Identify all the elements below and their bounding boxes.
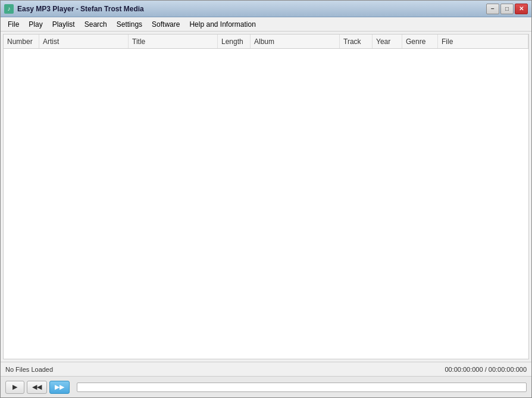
title-bar-buttons: − □ ✕ [486,4,528,14]
col-track-header: Track [340,35,373,48]
app-icon: ♪ [4,4,14,14]
main-window: ♪ Easy MP3 Player - Stefan Trost Media −… [0,0,532,398]
minimize-button[interactable]: − [486,4,499,14]
col-file-header: File [438,35,528,48]
play-button[interactable]: ▶ [5,381,24,394]
col-number-header: Number [4,35,39,48]
menu-play[interactable]: Play [24,19,47,30]
col-year-header: Year [373,35,402,48]
col-genre-header: Genre [402,35,438,48]
col-artist-header: Artist [39,35,129,48]
title-bar-left: ♪ Easy MP3 Player - Stefan Trost Media [4,4,144,14]
menu-help[interactable]: Help and Information [184,19,260,30]
maximize-button[interactable]: □ [500,4,514,14]
table-body [4,49,528,359]
table-header: Number Artist Title Length Album Track Y… [4,35,528,49]
menu-bar: File Play Playlist Search Settings Softw… [1,17,531,32]
col-title-header: Title [129,35,218,48]
menu-file[interactable]: File [3,19,24,30]
menu-settings[interactable]: Settings [112,19,147,30]
window-title: Easy MP3 Player - Stefan Trost Media [17,5,144,13]
menu-software[interactable]: Software [147,19,184,30]
controls-bar: ▶ ◀◀ ▶▶ [1,376,531,397]
col-album-header: Album [251,35,340,48]
progress-bar[interactable] [77,383,527,392]
close-button[interactable]: ✕ [515,4,528,14]
prev-button[interactable]: ◀◀ [27,381,47,394]
menu-search[interactable]: Search [80,19,112,30]
status-left: No Files Loaded [5,366,53,373]
title-bar: ♪ Easy MP3 Player - Stefan Trost Media −… [1,1,531,17]
status-right: 00:00:00:000 / 00:00:00:000 [445,366,527,373]
status-bar: No Files Loaded 00:00:00:000 / 00:00:00:… [1,362,531,376]
content-area: Number Artist Title Length Album Track Y… [3,34,529,359]
col-length-header: Length [218,35,251,48]
next-button[interactable]: ▶▶ [49,381,70,394]
menu-playlist[interactable]: Playlist [48,19,80,30]
